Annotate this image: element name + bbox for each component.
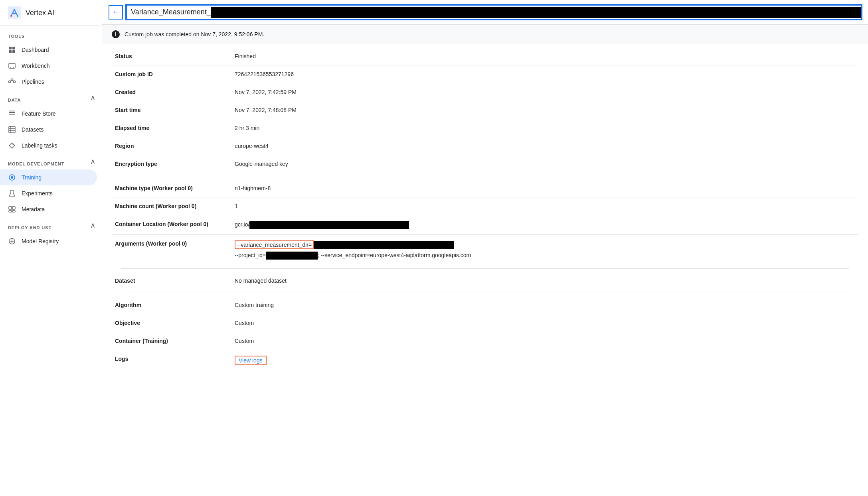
back-button[interactable]: ←: [109, 5, 123, 20]
back-arrow-icon: ←: [112, 8, 119, 16]
args-highlighted-1: --variance_measurement_dir=: [235, 240, 314, 249]
view-logs-link[interactable]: View logs: [235, 356, 267, 365]
label-machine-count: Machine count (Worker pool 0): [112, 197, 231, 215]
app-title: Vertex AI: [26, 9, 54, 17]
section-deploy-header[interactable]: DEPLOY AND USE ∧: [0, 217, 102, 233]
svg-point-9: [9, 81, 11, 83]
table-row: Created Nov 7, 2022, 7:42:59 PM: [112, 83, 858, 101]
svg-point-2: [10, 15, 12, 17]
svg-point-3: [17, 15, 18, 17]
label-elapsed-time: Elapsed time: [112, 119, 231, 137]
sidebar-item-feature-store[interactable]: Feature Store: [0, 106, 97, 122]
label-logs: Logs: [112, 350, 231, 371]
svg-rect-0: [8, 6, 21, 19]
svg-rect-8: [9, 63, 15, 68]
deploy-collapse-icon[interactable]: ∧: [90, 221, 102, 230]
value-elapsed-time: 2 hr 3 min: [231, 119, 858, 137]
main-content: ← Variance_Measurement_ i Custom job was…: [102, 0, 868, 496]
sidebar-item-training[interactable]: Training: [0, 169, 97, 185]
sidebar-item-label-labeling-tasks: Labeling tasks: [22, 142, 57, 149]
feature-store-icon: [8, 110, 16, 118]
table-row: Objective Custom: [112, 314, 858, 332]
table-row: Region europe-west4: [112, 137, 858, 155]
sidebar-item-metadata[interactable]: Metadata: [0, 201, 97, 217]
section-divider-1: [121, 176, 849, 176]
sidebar-item-label-pipelines: Pipelines: [22, 79, 44, 85]
value-status: Finished: [231, 47, 858, 65]
sidebar-item-pipelines[interactable]: Pipelines: [0, 74, 97, 90]
dashboard-icon: [8, 46, 16, 54]
svg-rect-4: [9, 47, 12, 49]
labeling-icon: [8, 142, 16, 150]
info-icon: i: [112, 30, 120, 38]
model-registry-icon: [8, 237, 16, 245]
label-start-time: Start time: [112, 101, 231, 119]
table-row: Container (Training) Custom: [112, 332, 858, 350]
svg-rect-21: [9, 211, 12, 212]
container-loc-prefix: gcr.io/: [235, 221, 249, 228]
sidebar-item-labeling-tasks[interactable]: Labeling tasks: [0, 138, 97, 154]
value-start-time: Nov 7, 2022, 7:48:08 PM: [231, 101, 858, 119]
table-row: Custom job ID 7264221536553271296: [112, 65, 858, 83]
value-container-location: gcr.io/: [231, 215, 858, 235]
svg-point-11: [14, 81, 16, 83]
svg-rect-6: [9, 50, 12, 53]
table-row: Status Finished: [112, 47, 858, 65]
table-row: Machine count (Worker pool 0) 1: [112, 197, 858, 215]
args-line-2: --project_id=; --service_endpoint=europe…: [235, 252, 855, 260]
sidebar-item-experiments[interactable]: Experiments: [0, 185, 97, 201]
sidebar-item-datasets[interactable]: Datasets: [0, 122, 97, 138]
svg-rect-19: [9, 207, 12, 209]
experiments-icon: [8, 189, 16, 197]
args-line-1: --variance_measurement_dir=: [235, 240, 855, 249]
svg-point-1: [14, 9, 15, 10]
label-container-location: Container Location (Worker pool 0): [112, 215, 231, 235]
value-dataset: No managed dataset: [231, 272, 858, 289]
sidebar-item-label-workbench: Workbench: [22, 63, 50, 69]
sidebar-item-label-experiments: Experiments: [22, 190, 53, 197]
model-dev-collapse-icon[interactable]: ∧: [90, 157, 102, 166]
detail-table-group4: Algorithm Custom training Objective Cust…: [112, 296, 858, 371]
svg-rect-12: [9, 112, 15, 113]
detail-table-group1: Status Finished Custom job ID 7264221536…: [112, 47, 858, 173]
label-machine-type: Machine type (Worker pool 0): [112, 179, 231, 197]
section-data-header[interactable]: DATA ∧: [0, 90, 102, 106]
label-job-id: Custom job ID: [112, 65, 231, 83]
section-label-tools: TOOLS: [0, 26, 102, 42]
svg-rect-13: [9, 114, 15, 115]
svg-point-18: [11, 176, 13, 179]
info-banner: i Custom job was completed on Nov 7, 202…: [102, 25, 868, 44]
value-logs: View logs: [231, 350, 858, 371]
args-redacted-2: [266, 252, 318, 260]
value-region: europe-west4: [231, 137, 858, 155]
value-job-id: 7264221536553271296: [231, 65, 858, 83]
data-collapse-icon[interactable]: ∧: [90, 93, 102, 102]
sidebar-item-label-feature-store: Feature Store: [22, 110, 56, 117]
workbench-icon: [8, 62, 16, 70]
label-status: Status: [112, 47, 231, 65]
table-row: Elapsed time 2 hr 3 min: [112, 119, 858, 137]
datasets-icon: [8, 126, 16, 134]
label-objective: Objective: [112, 314, 231, 332]
topbar: ← Variance_Measurement_: [102, 0, 868, 25]
sidebar-item-label-metadata: Metadata: [22, 206, 45, 213]
detail-table-group3: Dataset No managed dataset: [112, 272, 858, 289]
sidebar-item-dashboard[interactable]: Dashboard: [0, 42, 97, 58]
sidebar-item-model-registry[interactable]: Model Registry: [0, 233, 97, 249]
label-region: Region: [112, 137, 231, 155]
section-model-dev-header[interactable]: MODEL DEVELOPMENT ∧: [0, 154, 102, 169]
sidebar-item-workbench[interactable]: Workbench: [0, 58, 97, 74]
table-row: Container Location (Worker pool 0) gcr.i…: [112, 215, 858, 235]
value-machine-type: n1-highmem-8: [231, 179, 858, 197]
table-row: Encryption type Google-managed key: [112, 155, 858, 173]
label-created: Created: [112, 83, 231, 101]
table-row: Algorithm Custom training: [112, 296, 858, 314]
section-label-model-development: MODEL DEVELOPMENT: [0, 154, 90, 169]
svg-rect-7: [12, 50, 15, 53]
table-row: Logs View logs: [112, 350, 858, 371]
detail-table-group2: Machine type (Worker pool 0) n1-highmem-…: [112, 179, 858, 265]
sidebar-item-label-dashboard: Dashboard: [22, 47, 49, 53]
value-encryption-type: Google-managed key: [231, 155, 858, 173]
section-label-deploy: DEPLOY AND USE: [0, 217, 90, 233]
detail-section: Status Finished Custom job ID 7264221536…: [102, 44, 868, 374]
